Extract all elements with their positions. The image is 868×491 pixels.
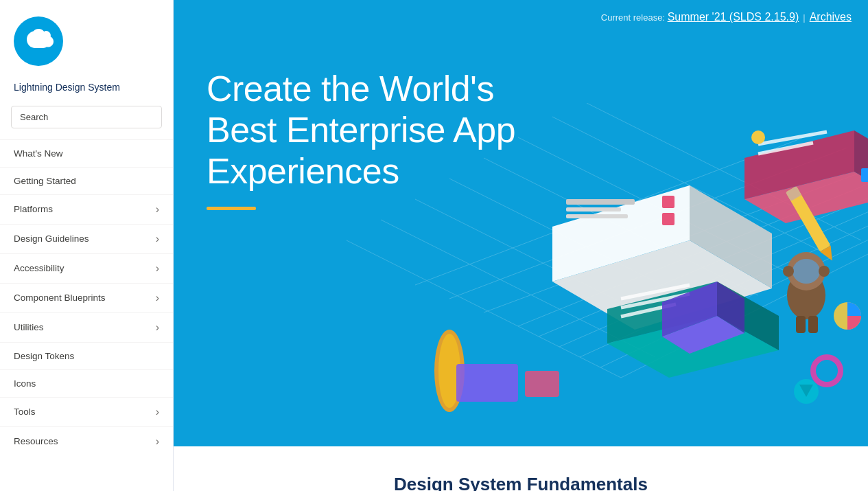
nav-item-label: Utilities: [14, 322, 156, 332]
archives-link[interactable]: Archives: [810, 11, 852, 23]
nav-item-label: Icons: [14, 378, 159, 389]
search-container[interactable]: [0, 106, 173, 139]
salesforce-logo-svg: [21, 29, 56, 54]
svg-rect-54: [525, 371, 559, 397]
sidebar-item-design-guidelines[interactable]: Design Guidelines›: [0, 224, 173, 253]
nav-item-label: Platforms: [14, 204, 156, 214]
chevron-right-icon: ›: [156, 435, 159, 448]
svg-rect-24: [662, 213, 675, 225]
sidebar-item-whats-new[interactable]: What's New: [0, 139, 173, 167]
chevron-right-icon: ›: [156, 203, 159, 216]
current-release-label: Current release:: [601, 12, 665, 23]
nav-item-label: Accessibility: [14, 263, 156, 273]
sidebar-title: Lightning Design System: [0, 81, 173, 106]
sidebar-item-getting-started[interactable]: Getting Started: [0, 167, 173, 194]
nav-item-label: Design Tokens: [14, 351, 159, 361]
nav-item-label: Tools: [14, 407, 156, 417]
nav-item-label: Getting Started: [14, 176, 159, 186]
svg-point-46: [793, 259, 820, 284]
sidebar-item-resources[interactable]: Resources›: [0, 426, 173, 456]
svg-rect-50: [808, 316, 818, 333]
nav-item-label: Resources: [14, 436, 156, 446]
hero-title: Create the World's Best Enterprise App E…: [207, 69, 563, 192]
hero-section: Current release: Summer '21 (SLDS 2.15.9…: [174, 0, 868, 446]
svg-rect-22: [566, 214, 628, 218]
chevron-right-icon: ›: [156, 406, 159, 418]
nav-item-label: Component Blueprints: [14, 293, 156, 303]
sidebar-item-design-tokens[interactable]: Design Tokens: [0, 342, 173, 369]
logo-area: [0, 0, 173, 81]
svg-point-48: [819, 266, 830, 277]
bottom-title: Design System Fundamentals: [207, 474, 835, 491]
sidebar-item-accessibility[interactable]: Accessibility›: [0, 253, 173, 283]
hero-underline: [207, 207, 256, 210]
sidebar-item-utilities[interactable]: Utilities›: [0, 312, 173, 342]
svg-rect-53: [456, 364, 518, 402]
sidebar: Lightning Design System What's NewGettin…: [0, 0, 174, 491]
search-input[interactable]: [11, 106, 162, 128]
chevron-right-icon: ›: [156, 262, 159, 275]
top-bar: Current release: Summer '21 (SLDS 2.15.9…: [347, 0, 868, 34]
salesforce-logo: [14, 16, 63, 66]
hero-content: Create the World's Best Enterprise App E…: [174, 36, 868, 210]
nav-item-label: What's New: [14, 148, 159, 159]
release-link[interactable]: Summer '21 (SLDS 2.15.9): [668, 11, 799, 23]
chevron-right-icon: ›: [156, 292, 159, 304]
bottom-section: Design System Fundamentals: [174, 446, 868, 491]
sidebar-item-icons[interactable]: Icons: [0, 369, 173, 397]
sidebar-nav: What's NewGetting StartedPlatforms›Desig…: [0, 139, 173, 456]
sidebar-item-platforms[interactable]: Platforms›: [0, 194, 173, 224]
chevron-right-icon: ›: [156, 233, 159, 245]
separator: |: [803, 12, 805, 23]
main-content: Current release: Summer '21 (SLDS 2.15.9…: [174, 0, 868, 491]
svg-rect-49: [796, 316, 806, 333]
svg-point-47: [783, 266, 794, 277]
sidebar-item-component-blueprints[interactable]: Component Blueprints›: [0, 283, 173, 312]
sidebar-item-tools[interactable]: Tools›: [0, 397, 173, 426]
nav-item-label: Design Guidelines: [14, 233, 156, 244]
chevron-right-icon: ›: [156, 321, 159, 334]
svg-point-57: [813, 357, 841, 385]
